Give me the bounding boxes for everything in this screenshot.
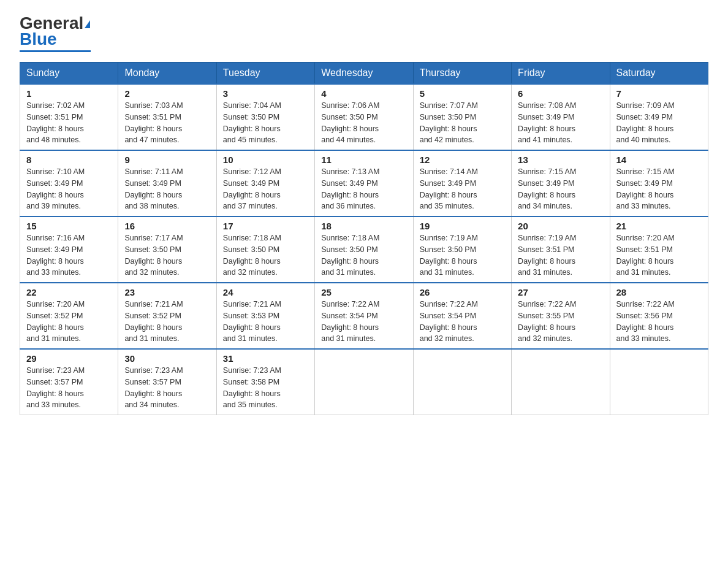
day-number: 27 — [518, 287, 603, 297]
day-info: Sunrise: 7:03 AMSunset: 3:51 PMDaylight:… — [124, 101, 183, 144]
day-cell-2: 2 Sunrise: 7:03 AMSunset: 3:51 PMDayligh… — [118, 84, 216, 150]
header-wednesday: Wednesday — [315, 63, 413, 85]
day-cell-29: 29 Sunrise: 7:23 AMSunset: 3:57 PMDaylig… — [20, 349, 118, 415]
logo-triangle-icon — [85, 20, 90, 28]
header-saturday: Saturday — [610, 63, 708, 85]
week-row-2: 8 Sunrise: 7:10 AMSunset: 3:49 PMDayligh… — [20, 150, 708, 216]
day-number: 24 — [223, 287, 308, 297]
day-number: 31 — [223, 353, 308, 364]
day-number: 1 — [26, 88, 112, 99]
day-number: 14 — [616, 155, 702, 165]
day-info: Sunrise: 7:12 AMSunset: 3:49 PMDaylight:… — [223, 167, 281, 210]
day-number: 6 — [518, 88, 603, 99]
week-row-4: 22 Sunrise: 7:20 AMSunset: 3:52 PMDaylig… — [20, 283, 708, 349]
day-number: 22 — [26, 287, 112, 297]
page-header: General Blue — [20, 15, 708, 52]
day-cell-25: 25 Sunrise: 7:22 AMSunset: 3:54 PMDaylig… — [315, 283, 413, 349]
day-number: 3 — [223, 88, 308, 99]
day-cell-14: 14 Sunrise: 7:15 AMSunset: 3:49 PMDaylig… — [610, 150, 708, 216]
day-number: 13 — [518, 155, 603, 165]
day-cell-21: 21 Sunrise: 7:20 AMSunset: 3:51 PMDaylig… — [610, 216, 708, 283]
day-cell-26: 26 Sunrise: 7:22 AMSunset: 3:54 PMDaylig… — [413, 283, 511, 349]
day-cell-20: 20 Sunrise: 7:19 AMSunset: 3:51 PMDaylig… — [512, 216, 610, 283]
day-number: 8 — [26, 155, 112, 165]
day-number: 11 — [321, 155, 406, 165]
day-number: 16 — [124, 221, 210, 231]
empty-cell — [512, 349, 610, 415]
day-info: Sunrise: 7:02 AMSunset: 3:51 PMDaylight:… — [26, 101, 85, 144]
empty-cell — [610, 349, 708, 415]
day-cell-13: 13 Sunrise: 7:15 AMSunset: 3:49 PMDaylig… — [512, 150, 610, 216]
day-info: Sunrise: 7:23 AMSunset: 3:57 PMDaylight:… — [124, 366, 183, 409]
day-info: Sunrise: 7:20 AMSunset: 3:52 PMDaylight:… — [26, 300, 85, 343]
day-cell-16: 16 Sunrise: 7:17 AMSunset: 3:50 PMDaylig… — [118, 216, 216, 283]
day-info: Sunrise: 7:16 AMSunset: 3:49 PMDaylight:… — [26, 234, 85, 277]
day-cell-11: 11 Sunrise: 7:13 AMSunset: 3:49 PMDaylig… — [315, 150, 413, 216]
day-cell-19: 19 Sunrise: 7:19 AMSunset: 3:50 PMDaylig… — [413, 216, 511, 283]
week-row-5: 29 Sunrise: 7:23 AMSunset: 3:57 PMDaylig… — [20, 349, 708, 415]
day-cell-10: 10 Sunrise: 7:12 AMSunset: 3:49 PMDaylig… — [216, 150, 314, 216]
day-cell-12: 12 Sunrise: 7:14 AMSunset: 3:49 PMDaylig… — [413, 150, 511, 216]
empty-cell — [315, 349, 413, 415]
day-number: 25 — [321, 287, 406, 297]
day-number: 5 — [420, 88, 505, 99]
day-info: Sunrise: 7:18 AMSunset: 3:50 PMDaylight:… — [223, 234, 281, 277]
day-info: Sunrise: 7:04 AMSunset: 3:50 PMDaylight:… — [223, 101, 281, 144]
logo-blue-text: Blue — [20, 29, 57, 49]
day-number: 30 — [124, 353, 210, 364]
day-info: Sunrise: 7:11 AMSunset: 3:49 PMDaylight:… — [124, 167, 183, 210]
day-info: Sunrise: 7:23 AMSunset: 3:57 PMDaylight:… — [26, 366, 85, 409]
calendar-table: SundayMondayTuesdayWednesdayThursdayFrid… — [20, 62, 708, 415]
day-cell-15: 15 Sunrise: 7:16 AMSunset: 3:49 PMDaylig… — [20, 216, 118, 283]
day-number: 23 — [124, 287, 210, 297]
day-number: 10 — [223, 155, 308, 165]
day-number: 19 — [420, 221, 505, 231]
day-number: 26 — [420, 287, 505, 297]
day-cell-24: 24 Sunrise: 7:21 AMSunset: 3:53 PMDaylig… — [216, 283, 314, 349]
day-cell-22: 22 Sunrise: 7:20 AMSunset: 3:52 PMDaylig… — [20, 283, 118, 349]
day-info: Sunrise: 7:21 AMSunset: 3:52 PMDaylight:… — [124, 300, 183, 343]
day-cell-8: 8 Sunrise: 7:10 AMSunset: 3:49 PMDayligh… — [20, 150, 118, 216]
day-info: Sunrise: 7:13 AMSunset: 3:49 PMDaylight:… — [321, 167, 379, 210]
day-cell-17: 17 Sunrise: 7:18 AMSunset: 3:50 PMDaylig… — [216, 216, 314, 283]
day-cell-23: 23 Sunrise: 7:21 AMSunset: 3:52 PMDaylig… — [118, 283, 216, 349]
day-info: Sunrise: 7:19 AMSunset: 3:50 PMDaylight:… — [420, 234, 478, 277]
week-row-1: 1 Sunrise: 7:02 AMSunset: 3:51 PMDayligh… — [20, 84, 708, 150]
day-info: Sunrise: 7:22 AMSunset: 3:55 PMDaylight:… — [518, 300, 576, 343]
day-info: Sunrise: 7:23 AMSunset: 3:58 PMDaylight:… — [223, 366, 281, 409]
day-info: Sunrise: 7:07 AMSunset: 3:50 PMDaylight:… — [420, 101, 478, 144]
day-cell-1: 1 Sunrise: 7:02 AMSunset: 3:51 PMDayligh… — [20, 84, 118, 150]
day-info: Sunrise: 7:17 AMSunset: 3:50 PMDaylight:… — [124, 234, 183, 277]
day-cell-27: 27 Sunrise: 7:22 AMSunset: 3:55 PMDaylig… — [512, 283, 610, 349]
empty-cell — [413, 349, 511, 415]
day-cell-28: 28 Sunrise: 7:22 AMSunset: 3:56 PMDaylig… — [610, 283, 708, 349]
day-info: Sunrise: 7:09 AMSunset: 3:49 PMDaylight:… — [616, 101, 675, 144]
day-info: Sunrise: 7:14 AMSunset: 3:49 PMDaylight:… — [420, 167, 478, 210]
day-info: Sunrise: 7:06 AMSunset: 3:50 PMDaylight:… — [321, 101, 379, 144]
day-info: Sunrise: 7:22 AMSunset: 3:54 PMDaylight:… — [321, 300, 379, 343]
day-info: Sunrise: 7:22 AMSunset: 3:54 PMDaylight:… — [420, 300, 478, 343]
day-info: Sunrise: 7:19 AMSunset: 3:51 PMDaylight:… — [518, 234, 576, 277]
day-number: 4 — [321, 88, 406, 99]
day-cell-9: 9 Sunrise: 7:11 AMSunset: 3:49 PMDayligh… — [118, 150, 216, 216]
day-number: 12 — [420, 155, 505, 165]
day-number: 17 — [223, 221, 308, 231]
day-number: 9 — [124, 155, 210, 165]
day-info: Sunrise: 7:21 AMSunset: 3:53 PMDaylight:… — [223, 300, 281, 343]
day-info: Sunrise: 7:08 AMSunset: 3:49 PMDaylight:… — [518, 101, 576, 144]
day-cell-4: 4 Sunrise: 7:06 AMSunset: 3:50 PMDayligh… — [315, 84, 413, 150]
header-monday: Monday — [118, 63, 216, 85]
header-thursday: Thursday — [413, 63, 511, 85]
day-cell-31: 31 Sunrise: 7:23 AMSunset: 3:58 PMDaylig… — [216, 349, 314, 415]
day-number: 20 — [518, 221, 603, 231]
day-cell-18: 18 Sunrise: 7:18 AMSunset: 3:50 PMDaylig… — [315, 216, 413, 283]
day-info: Sunrise: 7:20 AMSunset: 3:51 PMDaylight:… — [616, 234, 675, 277]
day-cell-7: 7 Sunrise: 7:09 AMSunset: 3:49 PMDayligh… — [610, 84, 708, 150]
header-sunday: Sunday — [20, 63, 118, 85]
day-number: 15 — [26, 221, 112, 231]
logo: General Blue — [20, 15, 91, 52]
day-number: 18 — [321, 221, 406, 231]
day-cell-3: 3 Sunrise: 7:04 AMSunset: 3:50 PMDayligh… — [216, 84, 314, 150]
day-cell-30: 30 Sunrise: 7:23 AMSunset: 3:57 PMDaylig… — [118, 349, 216, 415]
week-row-3: 15 Sunrise: 7:16 AMSunset: 3:49 PMDaylig… — [20, 216, 708, 283]
